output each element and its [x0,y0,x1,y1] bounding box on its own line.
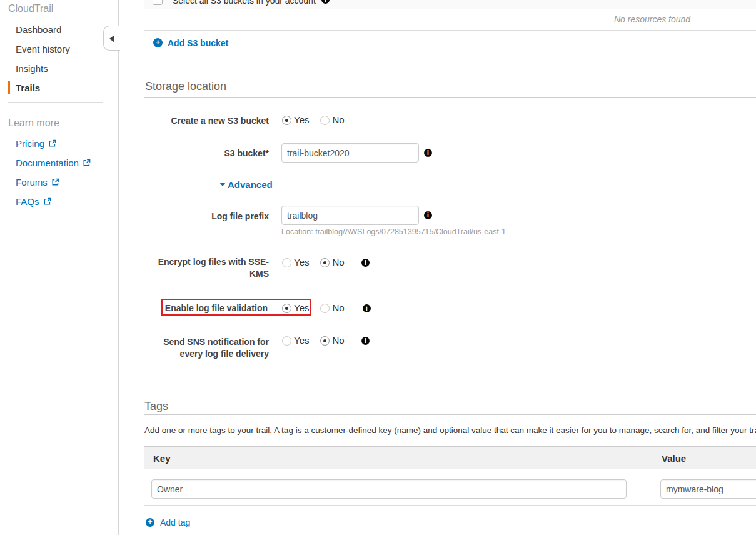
section-rule [144,97,756,98]
column-separator [653,447,653,469]
external-link-icon [48,139,56,148]
external-link-icon [43,198,51,206]
sidebar-collapse-button[interactable] [103,26,120,51]
info-icon[interactable]: i [363,304,371,312]
validation-label: Enable log file validation [144,302,268,314]
create-bucket-label: Create a new S3 bucket [144,115,269,127]
encrypt-radio-group: Yes No [282,257,345,268]
radio-no-label: No [332,257,344,268]
radio-no-label: No [332,114,344,126]
sidebar: CloudTrail Dashboard Event history Insig… [0,0,119,535]
create-bucket-radio-group: Yes No [282,114,345,126]
radio-no-label: No [332,302,344,314]
sidebar-item-trails[interactable]: Trails [16,82,40,94]
tags-description: Add one or more tags to your trail. A ta… [144,426,756,435]
tag-value-input[interactable] [660,479,756,499]
s3-bucket-label: S3 bucket* [144,148,269,159]
select-all-checkbox[interactable] [153,0,163,5]
add-s3-bucket-button[interactable]: Add S3 bucket [168,38,228,48]
cloudtrail-create-trail-page: CloudTrail Dashboard Event history Insig… [0,0,756,535]
caret-down-icon [219,182,226,186]
plus-circle-icon: + [146,518,154,527]
external-link-icon [83,159,91,167]
empty-table-message: No resources found [614,14,690,24]
create-bucket-yes-radio[interactable] [282,116,291,125]
radio-yes-label: Yes [294,302,309,314]
validation-yes-radio[interactable] [282,304,291,313]
table-border [144,30,756,31]
sns-label: Send SNS notification for every log file… [156,336,269,360]
log-prefix-label: Log file prefix [144,211,269,222]
radio-no-label: No [332,335,344,346]
table-border [144,505,756,506]
sidebar-item-insights[interactable]: Insights [16,63,48,74]
select-all-label: Select all S3 buckets in your account [173,0,316,6]
log-prefix-input[interactable] [281,206,419,225]
table-border [144,9,756,9]
sidebar-link-documentation[interactable]: Documentation [16,158,91,169]
storage-location-heading: Storage location [145,81,226,92]
learn-more-title: Learn more [8,117,59,129]
radio-yes-label: Yes [294,335,309,346]
info-icon[interactable]: i [424,211,432,219]
sidebar-item-dashboard[interactable]: Dashboard [16,24,61,36]
column-separator [668,0,668,9]
add-tag-button[interactable]: Add tag [160,518,190,528]
sns-yes-radio[interactable] [282,336,291,346]
advanced-toggle[interactable]: Advanced [228,180,273,190]
sidebar-title: CloudTrail [8,2,53,14]
sns-radio-group: Yes No [282,335,345,346]
external-link-icon [51,178,59,186]
validation-radio-group: Yes No [282,302,345,314]
radio-yes-label: Yes [294,114,309,126]
info-icon[interactable]: i [361,259,370,267]
active-item-bar [8,81,10,94]
key-column-header: Key [153,453,171,464]
sns-no-radio[interactable] [320,336,330,346]
sidebar-link-faqs[interactable]: FAQs [16,196,51,208]
sidebar-item-event-history[interactable]: Event history [16,44,70,55]
info-icon[interactable]: i [361,337,370,345]
create-bucket-no-radio[interactable] [320,116,330,125]
s3-bucket-input[interactable] [281,143,419,162]
tags-heading: Tags [144,401,168,412]
tag-key-input[interactable] [151,479,627,499]
radio-yes-label: Yes [294,257,309,268]
sidebar-divider [8,102,103,102]
plus-circle-icon: + [153,38,163,48]
sidebar-link-forums[interactable]: Forums [16,177,59,188]
info-icon[interactable]: i [424,149,432,157]
encrypt-label: Encrypt log files with SSE-KMS [156,256,269,280]
value-column-header: Value [662,453,686,464]
sidebar-link-pricing[interactable]: Pricing [16,138,56,149]
encrypt-no-radio[interactable] [320,258,330,268]
section-rule [144,414,756,415]
encrypt-yes-radio[interactable] [282,258,291,268]
validation-no-radio[interactable] [320,304,330,313]
log-location-hint: Location: trailblog/AWSLogs/072851395715… [281,228,506,237]
collapse-left-icon [109,35,114,42]
